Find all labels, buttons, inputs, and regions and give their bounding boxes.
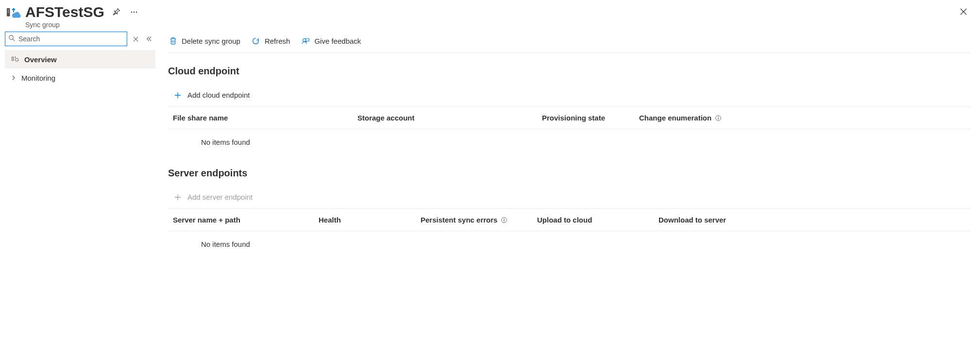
- svg-point-4: [131, 11, 132, 12]
- toolbar-button-label: Delete sync group: [182, 37, 240, 45]
- toolbar-button-label: Give feedback: [314, 37, 361, 45]
- svg-rect-8: [12, 57, 13, 60]
- column-header[interactable]: Persistent sync errors: [421, 216, 537, 224]
- column-header[interactable]: Download to server: [659, 216, 756, 224]
- chevron-right-icon: [11, 75, 17, 80]
- plus-icon: [173, 192, 183, 202]
- plus-icon: [173, 90, 183, 100]
- resource-icon: [5, 5, 22, 22]
- close-button[interactable]: [957, 5, 970, 18]
- svg-rect-3: [8, 12, 9, 13]
- svg-point-6: [136, 11, 137, 12]
- give-feedback-button[interactable]: Give feedback: [301, 36, 361, 46]
- nav-item-label: Monitoring: [21, 74, 55, 82]
- search-field[interactable]: [18, 35, 124, 43]
- pin-button[interactable]: [111, 7, 122, 17]
- cloud-endpoint-heading: Cloud endpoint: [168, 66, 970, 77]
- toolbar: Delete sync group Refresh Give feedback: [168, 32, 970, 53]
- svg-rect-12: [718, 117, 718, 119]
- add-server-endpoint-button: Add server endpoint: [173, 192, 253, 202]
- column-header[interactable]: File share name: [173, 114, 357, 122]
- svg-point-9: [303, 39, 306, 42]
- cloud-endpoint-empty: No items found: [168, 129, 970, 155]
- more-button[interactable]: [129, 7, 139, 17]
- nav-item-label: Overview: [24, 55, 57, 64]
- collapse-sidebar-button[interactable]: [144, 34, 154, 44]
- search-clear-button[interactable]: [131, 34, 140, 43]
- cloud-endpoint-table-header: File share name Storage account Provisio…: [168, 107, 970, 129]
- add-button-label: Add server endpoint: [187, 193, 253, 201]
- delete-sync-group-button[interactable]: Delete sync group: [168, 36, 240, 46]
- feedback-icon: [301, 36, 310, 46]
- add-cloud-endpoint-button[interactable]: Add cloud endpoint: [173, 90, 250, 100]
- nav-item-overview[interactable]: Overview: [5, 50, 155, 69]
- add-button-label: Add cloud endpoint: [187, 91, 250, 99]
- column-header[interactable]: Upload to cloud: [537, 216, 659, 224]
- trash-icon: [168, 36, 178, 46]
- column-header[interactable]: Change enumeration: [639, 114, 736, 122]
- server-endpoint-table-header: Server name + path Health Persistent syn…: [168, 209, 970, 231]
- column-header[interactable]: Health: [319, 216, 421, 224]
- server-endpoints-heading: Server endpoints: [168, 168, 970, 179]
- svg-rect-2: [8, 11, 9, 11]
- svg-rect-15: [504, 219, 504, 221]
- svg-point-14: [504, 218, 505, 219]
- svg-point-5: [134, 11, 135, 12]
- column-header[interactable]: Storage account: [357, 114, 542, 122]
- search-input[interactable]: [5, 32, 127, 46]
- overview-icon: [11, 55, 19, 64]
- toolbar-button-label: Refresh: [265, 37, 290, 45]
- svg-point-11: [718, 116, 719, 117]
- svg-point-7: [9, 35, 13, 39]
- column-header[interactable]: Provisioning state: [542, 114, 639, 122]
- info-icon[interactable]: [714, 114, 722, 121]
- refresh-icon: [251, 36, 261, 46]
- refresh-button[interactable]: Refresh: [251, 36, 290, 46]
- server-endpoint-empty: No items found: [168, 231, 970, 257]
- page-title: AFSTestSG: [25, 4, 104, 20]
- column-header[interactable]: Server name + path: [173, 216, 319, 224]
- svg-rect-1: [8, 10, 9, 10]
- search-icon: [8, 34, 16, 43]
- page-subtitle: Sync group: [25, 21, 139, 29]
- info-icon[interactable]: [500, 216, 507, 223]
- nav-item-monitoring[interactable]: Monitoring: [5, 69, 155, 87]
